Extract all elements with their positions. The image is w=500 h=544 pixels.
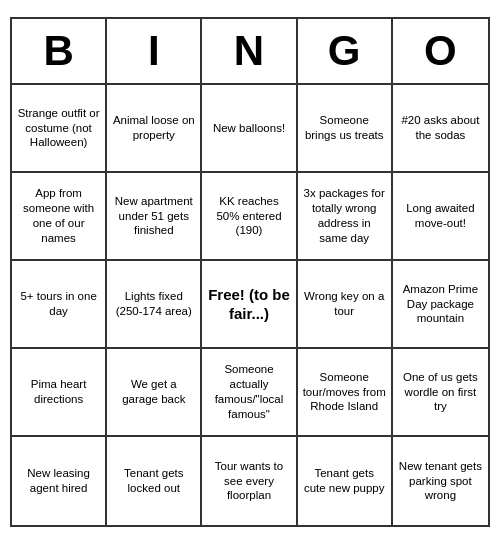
- bingo-cell-12: Free! (to be fair...): [202, 261, 297, 349]
- bingo-header: BINGO: [12, 19, 488, 85]
- bingo-letter-o: O: [393, 19, 488, 83]
- bingo-cell-0: Strange outfit or costume (not Halloween…: [12, 85, 107, 173]
- bingo-cell-11: Lights fixed (250-174 area): [107, 261, 202, 349]
- bingo-cell-1: Animal loose on property: [107, 85, 202, 173]
- bingo-cell-20: New leasing agent hired: [12, 437, 107, 525]
- bingo-letter-g: G: [298, 19, 393, 83]
- bingo-cell-9: Long awaited move-out!: [393, 173, 488, 261]
- bingo-cell-6: New apartment under 51 gets finished: [107, 173, 202, 261]
- bingo-cell-5: App from someone with one of our names: [12, 173, 107, 261]
- bingo-cell-3: Someone brings us treats: [298, 85, 393, 173]
- bingo-letter-i: I: [107, 19, 202, 83]
- bingo-cell-13: Wrong key on a tour: [298, 261, 393, 349]
- bingo-card: BINGO Strange outfit or costume (not Hal…: [10, 17, 490, 527]
- bingo-cell-19: One of us gets wordle on first try: [393, 349, 488, 437]
- bingo-cell-10: 5+ tours in one day: [12, 261, 107, 349]
- bingo-cell-24: New tenant gets parking spot wrong: [393, 437, 488, 525]
- bingo-cell-2: New balloons!: [202, 85, 297, 173]
- bingo-cell-23: Tenant gets cute new puppy: [298, 437, 393, 525]
- bingo-cell-21: Tenant gets locked out: [107, 437, 202, 525]
- bingo-cell-18: Someone tour/moves from Rhode Island: [298, 349, 393, 437]
- bingo-cell-15: Pima heart directions: [12, 349, 107, 437]
- bingo-cell-8: 3x packages for totally wrong address in…: [298, 173, 393, 261]
- bingo-cell-7: KK reaches 50% entered (190): [202, 173, 297, 261]
- bingo-cell-14: Amazon Prime Day package mountain: [393, 261, 488, 349]
- bingo-cell-17: Someone actually famous/"local famous": [202, 349, 297, 437]
- bingo-cell-4: #20 asks about the sodas: [393, 85, 488, 173]
- bingo-letter-n: N: [202, 19, 297, 83]
- bingo-grid: Strange outfit or costume (not Halloween…: [12, 85, 488, 525]
- bingo-cell-22: Tour wants to see every floorplan: [202, 437, 297, 525]
- bingo-cell-16: We get a garage back: [107, 349, 202, 437]
- bingo-letter-b: B: [12, 19, 107, 83]
